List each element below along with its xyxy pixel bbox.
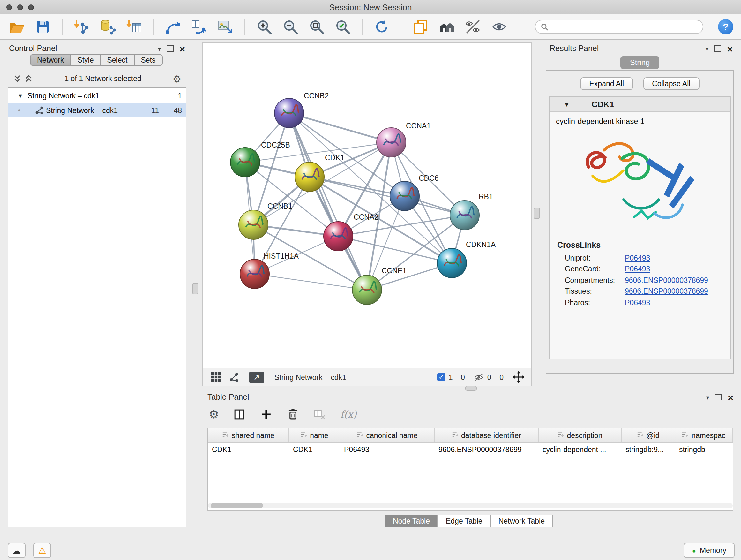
search-field[interactable] — [551, 22, 697, 31]
network-node-ccnb2[interactable] — [274, 98, 304, 128]
network-edge[interactable] — [289, 113, 367, 290]
column-header-canonical-name[interactable]: canonical name — [340, 428, 434, 442]
cloud-button[interactable]: ☁ — [8, 543, 25, 558]
import-table-button[interactable] — [125, 17, 143, 36]
open-session-button[interactable] — [8, 17, 25, 36]
warnings-button[interactable]: ⚠ — [33, 543, 51, 558]
right-splitter-grip[interactable] — [534, 207, 540, 219]
tab-string[interactable]: String — [620, 56, 660, 69]
crosslink-link[interactable]: P06493 — [625, 254, 650, 262]
network-node-ccne1[interactable] — [352, 275, 382, 305]
arrow-ne-icon: ↗ — [253, 373, 260, 381]
tab-sets[interactable]: Sets — [134, 54, 162, 66]
close-panel-icon[interactable]: × — [179, 44, 185, 53]
new-network-button[interactable] — [164, 17, 182, 36]
apply-layout-button[interactable] — [373, 17, 391, 36]
panel-menu-icon[interactable]: ▾ — [158, 45, 161, 52]
network-edge[interactable] — [255, 274, 367, 290]
scrollbar-thumb[interactable] — [211, 503, 263, 508]
help-icon[interactable]: ? — [718, 19, 733, 34]
memory-button[interactable]: ● Memory — [684, 543, 735, 558]
gear-icon[interactable]: ⚙ — [173, 74, 181, 83]
close-panel-icon[interactable]: × — [727, 44, 733, 53]
birdseye-grid-icon[interactable] — [211, 372, 221, 382]
zoom-fit-button[interactable] — [308, 17, 326, 36]
network-tree-item[interactable]: ● String Network – cdk1 11 48 — [8, 103, 186, 118]
network-node-cdc25b[interactable] — [230, 147, 260, 177]
left-splitter-grip[interactable] — [192, 283, 199, 294]
network-node-ccna2[interactable] — [324, 222, 353, 251]
crosslink-link[interactable]: 9606.ENSP00000378699 — [625, 276, 708, 284]
node-label-cdc6: CDC6 — [419, 174, 439, 182]
horizontal-splitter-grip[interactable] — [465, 386, 477, 391]
crosslink-link[interactable]: P06493 — [625, 265, 650, 273]
home-button[interactable] — [438, 17, 456, 36]
network-collection-row[interactable]: ▼ String Network – cdk1 1 — [8, 88, 186, 103]
add-column-icon[interactable] — [260, 408, 273, 421]
network-node-ccnb1[interactable] — [239, 210, 268, 240]
import-network-file-button[interactable] — [73, 17, 91, 36]
show-columns-icon[interactable] — [233, 408, 246, 421]
hide-selected-button[interactable] — [464, 17, 482, 36]
tab-node-table[interactable]: Node Table — [385, 515, 438, 527]
expand-all-button[interactable]: Expand All — [581, 77, 633, 90]
float-panel-icon[interactable] — [166, 45, 174, 52]
tab-network-table[interactable]: Network Table — [490, 515, 553, 527]
protein-section-header[interactable]: ▼ CDK1 — [549, 97, 730, 112]
collapse-all-button[interactable]: Collapse All — [643, 77, 699, 90]
open-document-button[interactable] — [412, 17, 429, 36]
float-panel-icon[interactable] — [715, 394, 722, 400]
network-edge[interactable] — [310, 177, 465, 215]
network-edge[interactable] — [289, 113, 391, 142]
expand-all-icon[interactable] — [24, 74, 33, 83]
zoom-in-button[interactable] — [255, 17, 273, 36]
zoom-selected-button[interactable] — [334, 17, 352, 36]
delete-row-icon[interactable] — [286, 408, 299, 421]
network-canvas[interactable]: CCNB2CCNA1CDC25BCDK1CDC6RB1CCNB1CCNA2CDK… — [203, 43, 531, 368]
network-share-icon[interactable] — [229, 372, 239, 382]
pan-move-icon[interactable] — [513, 371, 525, 383]
network-node-hist1h1a[interactable] — [240, 259, 269, 289]
column-header-database-identifier[interactable]: database identifier — [434, 428, 539, 442]
crosslink-link[interactable]: 9606.ENSP00000378699 — [625, 288, 708, 295]
clone-network-button[interactable] — [190, 17, 208, 36]
network-node-cdk1[interactable] — [295, 162, 324, 192]
column-header-description[interactable]: description — [539, 428, 622, 442]
collapse-all-icon[interactable] — [13, 74, 22, 83]
save-session-button[interactable] — [34, 17, 52, 36]
crosslink-row: Uniprot:P06493 — [549, 252, 730, 263]
close-panel-icon[interactable]: × — [728, 392, 733, 402]
panel-menu-icon[interactable]: ▾ — [706, 394, 709, 401]
toolbar-separator — [401, 18, 401, 35]
column-header-namespac[interactable]: namespac — [675, 428, 733, 442]
section-collapse-icon[interactable]: ▼ — [563, 101, 570, 108]
column-header-shared-name[interactable]: shared name — [208, 428, 289, 442]
crosslink-link[interactable]: P06493 — [625, 299, 650, 307]
table-row[interactable]: CDK1CDK1P064939606.ENSP00000378699cyclin… — [208, 442, 733, 456]
import-network-database-button[interactable] — [99, 17, 117, 36]
tab-edge-table[interactable]: Edge Table — [437, 515, 491, 527]
tab-style[interactable]: Style — [70, 54, 100, 66]
show-all-button[interactable] — [490, 17, 508, 36]
column-header--id[interactable]: @id — [622, 428, 675, 442]
warning-icon: ⚠ — [38, 545, 46, 556]
horizontal-scrollbar[interactable] — [208, 503, 733, 508]
column-header-name[interactable]: name — [289, 428, 340, 442]
float-panel-icon[interactable] — [714, 45, 721, 52]
network-edge[interactable] — [338, 236, 452, 263]
detach-view-button[interactable]: ↗ — [249, 371, 264, 383]
tree-collapse-icon[interactable]: ▼ — [16, 92, 25, 99]
network-node-ccna1[interactable] — [377, 128, 406, 157]
table-settings-icon[interactable]: ⚙ — [209, 409, 219, 420]
export-image-button[interactable] — [216, 17, 234, 36]
network-node-cdkn1a[interactable] — [437, 248, 467, 278]
tab-select[interactable]: Select — [100, 54, 135, 66]
network-node-rb1[interactable] — [450, 200, 479, 230]
tab-network[interactable]: Network — [30, 54, 71, 66]
panel-menu-icon[interactable]: ▾ — [705, 45, 709, 52]
table-cell: 9606.ENSP00000378699 — [434, 442, 539, 456]
search-input[interactable] — [535, 19, 703, 34]
network-node-cdc6[interactable] — [390, 181, 419, 211]
selected-checkbox-icon[interactable]: ✓ — [437, 373, 446, 381]
zoom-out-button[interactable] — [281, 17, 299, 36]
